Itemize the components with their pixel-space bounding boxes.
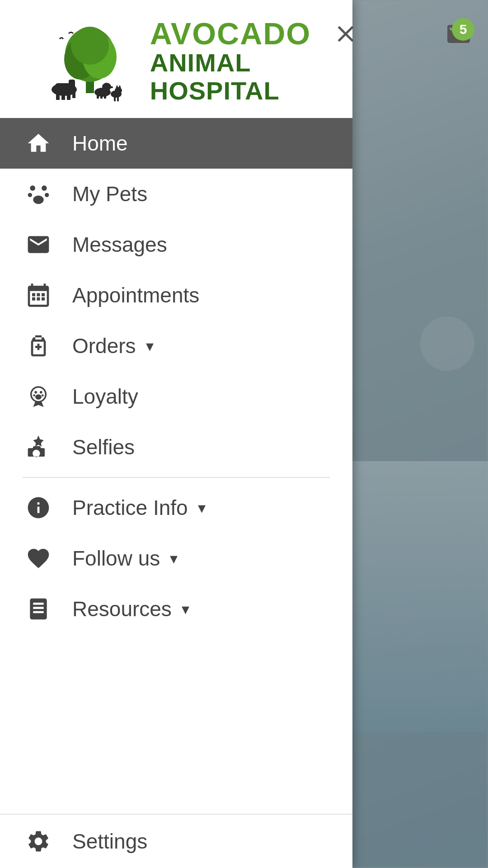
svg-rect-11 (72, 90, 75, 98)
calendar-icon (23, 279, 54, 311)
svg-point-29 (33, 196, 43, 204)
svg-rect-24 (117, 97, 119, 101)
svg-rect-32 (42, 293, 45, 297)
nav-label-messages: Messages (72, 232, 167, 257)
logo-area: AVOCADO ANIMAL HOSPITAL (0, 0, 352, 118)
close-button[interactable] (325, 14, 366, 54)
nav-item-my-pets[interactable]: My Pets (0, 169, 352, 219)
nav-item-home[interactable]: Home (0, 118, 352, 169)
svg-rect-30 (32, 293, 35, 297)
nav-label-resources: Resources ▾ (72, 597, 189, 621)
logo-animal: ANIMAL (150, 49, 311, 77)
svg-point-27 (28, 193, 32, 197)
nav-label-loyalty: Loyalty (72, 384, 138, 409)
nav-item-selfies[interactable]: Selfies (0, 422, 352, 472)
notification-area: 5 (438, 14, 479, 54)
svg-rect-8 (56, 91, 60, 100)
nav-item-orders[interactable]: Orders ▾ (0, 321, 352, 371)
nav-list: Home My Pets Messages (0, 118, 352, 814)
nav-label-home: Home (72, 131, 128, 156)
book-icon (23, 593, 54, 625)
nav-item-messages[interactable]: Messages (0, 219, 352, 270)
nav-item-resources[interactable]: Resources ▾ (0, 584, 352, 634)
svg-rect-31 (37, 293, 40, 297)
resources-chevron: ▾ (182, 600, 189, 618)
svg-marker-21 (116, 85, 118, 88)
svg-point-4 (71, 27, 109, 65)
settings-bar[interactable]: Settings (0, 814, 352, 868)
svg-point-38 (40, 391, 42, 394)
practice-info-chevron: ▾ (198, 499, 206, 517)
paw-icon (23, 178, 54, 210)
svg-point-40 (42, 395, 44, 397)
nav-item-appointments[interactable]: Appointments (0, 270, 352, 321)
bottle-icon (23, 330, 54, 362)
nav-label-selfies: Selfies (72, 435, 135, 459)
svg-point-26 (42, 186, 47, 191)
notification-badge: 5 (452, 18, 474, 41)
nav-label-my-pets: My Pets (72, 182, 147, 206)
mail-nav-icon (23, 229, 54, 260)
nav-item-follow-us[interactable]: Follow us ▾ (0, 533, 352, 584)
logo-illustration (42, 21, 141, 102)
svg-rect-17 (100, 94, 103, 99)
svg-point-37 (34, 391, 37, 394)
home-icon (23, 127, 54, 159)
svg-point-20 (115, 87, 122, 94)
svg-rect-16 (97, 93, 99, 99)
svg-rect-23 (114, 97, 116, 101)
info-icon (23, 492, 54, 524)
follow-us-chevron: ▾ (170, 549, 178, 567)
svg-rect-34 (37, 297, 40, 301)
svg-rect-10 (67, 91, 70, 100)
settings-label: Settings (72, 829, 147, 854)
loyalty-icon (23, 381, 54, 412)
nav-item-practice-info[interactable]: Practice Info ▾ (0, 482, 352, 533)
svg-rect-7 (69, 80, 75, 90)
nav-divider (0, 477, 352, 478)
svg-rect-35 (42, 297, 45, 301)
svg-rect-18 (104, 93, 106, 99)
svg-rect-33 (32, 297, 35, 301)
svg-rect-9 (61, 92, 65, 100)
heart-icon (23, 542, 54, 574)
mail-notification-button[interactable]: 5 (438, 14, 479, 54)
nav-item-loyalty[interactable]: Loyalty (0, 371, 352, 422)
nav-label-follow-us: Follow us ▾ (72, 546, 178, 571)
svg-point-28 (45, 193, 49, 197)
logo-hospital: HOSPITAL (150, 77, 311, 105)
orders-chevron: ▾ (146, 337, 154, 355)
camera-icon (23, 431, 54, 463)
side-drawer: AVOCADO ANIMAL HOSPITAL Home (0, 0, 352, 868)
logo-text: AVOCADO ANIMAL HOSPITAL (150, 18, 311, 104)
nav-label-practice-info: Practice Info ▾ (72, 495, 206, 520)
svg-point-41 (35, 395, 42, 400)
logo-avocado: AVOCADO (150, 18, 311, 49)
close-icon (332, 20, 359, 47)
svg-point-39 (33, 395, 35, 397)
nav-label-appointments: Appointments (72, 283, 199, 307)
svg-point-25 (30, 186, 35, 191)
svg-marker-22 (118, 85, 121, 88)
gear-icon (23, 826, 54, 857)
nav-label-orders: Orders ▾ (72, 334, 154, 358)
svg-rect-15 (109, 86, 113, 88)
logo-container: AVOCADO ANIMAL HOSPITAL (42, 18, 311, 104)
